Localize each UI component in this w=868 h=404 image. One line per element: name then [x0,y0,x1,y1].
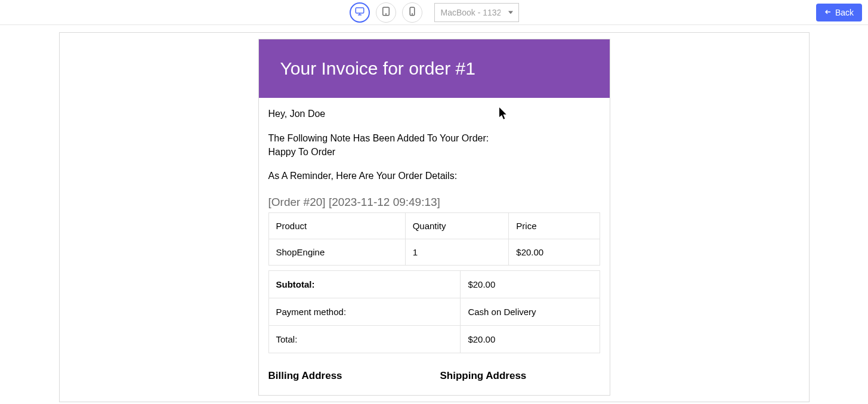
order-summary-table: Subtotal: $20.00 Payment method: Cash on… [268,270,600,353]
order-reminder: As A Reminder, Here Are Your Order Detai… [268,171,600,181]
col-price: Price [509,213,600,239]
arrow-left-icon [824,8,832,17]
subtotal-label: Subtotal: [268,271,461,298]
device-select-wrap: MacBook - 1132p [428,3,519,22]
svg-rect-0 [356,8,364,13]
tablet-device-button[interactable] [376,2,396,23]
top-bar: MacBook - 1132p Back [0,0,868,25]
mobile-device-button[interactable] [402,2,422,23]
cell-price: $20.00 [509,239,600,266]
payment-value: Cash on Delivery [461,298,600,326]
email-title: Your Invoice for order #1 [280,58,588,79]
summary-row-payment: Payment method: Cash on Delivery [268,298,600,326]
table-header-row: Product Quantity Price [268,213,600,239]
cell-quantity: 1 [405,239,509,266]
email-greeting: Hey, Jon Doe [268,109,600,119]
billing-address-col: Billing Address [268,370,428,389]
total-value: $20.00 [461,326,600,353]
total-label: Total: [268,326,461,353]
svg-point-4 [385,14,386,14]
order-items-table: Product Quantity Price ShopEngine 1 $20.… [268,212,600,266]
note-intro: The Following Note Has Been Added To You… [268,133,489,143]
preview-frame: Your Invoice for order #1 Hey, Jon Doe T… [59,32,810,402]
summary-row-subtotal: Subtotal: $20.00 [268,271,600,298]
shipping-heading: Shipping Address [440,370,600,382]
back-button-label: Back [835,8,854,17]
back-button[interactable]: Back [816,4,862,21]
mobile-icon [407,6,418,18]
tablet-icon [381,6,391,18]
subtotal-value: $20.00 [461,271,600,298]
col-quantity: Quantity [405,213,509,239]
device-controls: MacBook - 1132p [350,2,519,23]
payment-label: Payment method: [268,298,461,326]
email-header: Your Invoice for order #1 [259,39,610,98]
desktop-icon [354,6,365,18]
address-columns: Billing Address Shipping Address [268,370,600,389]
col-product: Product [268,213,405,239]
desktop-device-button[interactable] [350,2,370,23]
svg-point-6 [412,14,412,14]
shipping-address-col: Shipping Address [440,370,600,389]
summary-row-total: Total: $20.00 [268,326,600,353]
device-select[interactable]: MacBook - 1132p [434,3,519,22]
cell-product: ShopEngine [268,239,405,266]
billing-heading: Billing Address [268,370,428,382]
order-note-block: The Following Note Has Been Added To You… [268,131,600,159]
preview-area: Your Invoice for order #1 Hey, Jon Doe T… [0,25,868,404]
table-row: ShopEngine 1 $20.00 [268,239,600,266]
order-meta: [Order #20] [2023-11-12 09:49:13] [268,196,600,209]
email-container: Your Invoice for order #1 Hey, Jon Doe T… [258,39,610,396]
note-body: Happy To Order [268,147,336,157]
email-body: Hey, Jon Doe The Following Note Has Been… [259,98,610,395]
